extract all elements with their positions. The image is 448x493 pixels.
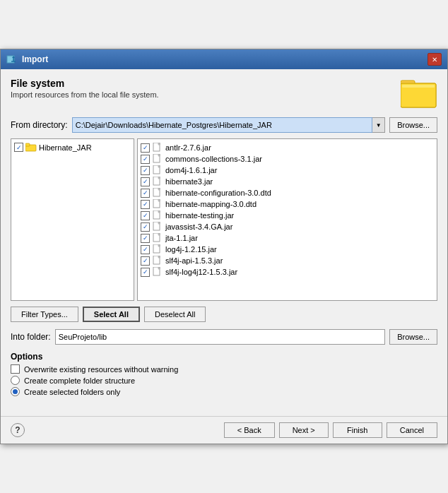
file-name-2: dom4j-1.6.1.jar bbox=[165, 166, 217, 174]
finish-button[interactable]: Finish bbox=[333, 422, 382, 438]
into-folder-input[interactable] bbox=[55, 329, 385, 345]
file-checkbox-1[interactable]: ✓ bbox=[141, 155, 150, 164]
file-icon-1 bbox=[153, 154, 163, 164]
file-checkbox-11[interactable]: ✓ bbox=[141, 268, 150, 277]
file-name-5: hibernate-mapping-3.0.dtd bbox=[165, 200, 257, 208]
help-button[interactable]: ? bbox=[11, 423, 25, 437]
from-dir-input[interactable] bbox=[72, 117, 372, 133]
file-checkbox-8[interactable]: ✓ bbox=[141, 234, 150, 243]
deselect-all-button[interactable]: Deselect All bbox=[144, 307, 206, 322]
file-row[interactable]: ✓ hibernate-testing.jar bbox=[141, 210, 434, 221]
file-name-1: commons-collections-3.1.jar bbox=[165, 155, 262, 163]
file-icon-10 bbox=[153, 256, 163, 266]
bottom-bar: ? < Back Next > Finish Cancel bbox=[1, 416, 447, 444]
title-bar: Import ✕ bbox=[1, 49, 447, 69]
panels: ✓ Hibernate_JAR ✓ bbox=[11, 138, 437, 301]
selected-folders-radio[interactable] bbox=[11, 387, 20, 396]
file-icon-7 bbox=[153, 222, 163, 232]
file-checkbox-2[interactable]: ✓ bbox=[141, 166, 150, 175]
from-directory-row: From directory: ▼ Browse... bbox=[11, 117, 437, 133]
file-icon-2 bbox=[153, 165, 163, 175]
overwrite-checkbox[interactable] bbox=[11, 364, 20, 374]
file-name-6: hibernate-testing.jar bbox=[165, 211, 234, 220]
svg-rect-9 bbox=[25, 143, 30, 146]
file-icon-6 bbox=[153, 210, 163, 220]
overwrite-label: Overwrite existing resources without war… bbox=[24, 365, 178, 374]
title-bar-controls: ✕ bbox=[428, 53, 442, 66]
file-row[interactable]: ✓ dom4j-1.6.1.jar bbox=[141, 165, 434, 176]
complete-folder-radio[interactable] bbox=[11, 376, 20, 385]
title-bar-left: Import bbox=[6, 54, 48, 65]
page-subtitle: Import resources from the local file sys… bbox=[11, 90, 159, 99]
back-button[interactable]: < Back bbox=[224, 422, 275, 438]
filter-types-button[interactable]: Filter Types... bbox=[11, 307, 78, 322]
tree-item-hibernate-jar[interactable]: ✓ Hibernate_JAR bbox=[14, 142, 131, 153]
option-item-overwrite: Overwrite existing resources without war… bbox=[11, 364, 437, 374]
browse-folder-button[interactable]: Browse... bbox=[389, 329, 437, 345]
file-checkbox-7[interactable]: ✓ bbox=[141, 222, 150, 232]
file-icon-11 bbox=[153, 267, 163, 277]
file-row[interactable]: ✓ slf4j-log4j12-1.5.3.jar bbox=[141, 266, 434, 278]
file-row[interactable]: ✓ hibernate3.jar bbox=[141, 176, 434, 187]
left-panel[interactable]: ✓ Hibernate_JAR bbox=[11, 138, 134, 301]
browse-directory-button[interactable]: Browse... bbox=[389, 117, 437, 133]
file-row[interactable]: ✓ antlr-2.7.6.jar bbox=[141, 142, 434, 153]
file-checkbox-5[interactable]: ✓ bbox=[141, 200, 150, 209]
import-dialog: Import ✕ File system Import resources fr… bbox=[0, 49, 448, 444]
file-icon-3 bbox=[153, 177, 163, 186]
file-checkbox-0[interactable]: ✓ bbox=[141, 143, 150, 153]
file-row[interactable]: ✓ log4j-1.2.15.jar bbox=[141, 244, 434, 255]
svg-rect-7 bbox=[402, 85, 435, 88]
option-item-complete-folder: Create complete folder structure bbox=[11, 376, 437, 385]
options-label: Options bbox=[11, 352, 437, 362]
file-icon-5 bbox=[153, 199, 163, 209]
tree-checkbox-hibernate-jar[interactable]: ✓ bbox=[14, 143, 23, 152]
header-text: File system Import resources from the lo… bbox=[11, 78, 159, 99]
cancel-button[interactable]: Cancel bbox=[387, 422, 437, 438]
file-icon-8 bbox=[153, 233, 163, 243]
file-checkbox-4[interactable]: ✓ bbox=[141, 189, 150, 198]
action-buttons: Filter Types... Select All Deselect All bbox=[11, 307, 437, 322]
window-title: Import bbox=[22, 54, 48, 64]
file-row[interactable]: ✓ hibernate-mapping-3.0.dtd bbox=[141, 198, 434, 210]
file-name-10: slf4j-api-1.5.3.jar bbox=[165, 256, 223, 265]
tree-item-label: Hibernate_JAR bbox=[39, 143, 92, 152]
file-checkbox-9[interactable]: ✓ bbox=[141, 245, 150, 254]
file-checkbox-10[interactable]: ✓ bbox=[141, 256, 150, 266]
file-icon-4 bbox=[153, 188, 163, 198]
from-dir-input-wrap: ▼ bbox=[72, 117, 385, 133]
file-row[interactable]: ✓ hibernate-configuration-3.0.dtd bbox=[141, 187, 434, 198]
file-name-9: log4j-1.2.15.jar bbox=[165, 245, 217, 254]
file-row[interactable]: ✓ javassist-3.4.GA.jar bbox=[141, 221, 434, 232]
next-button[interactable]: Next > bbox=[279, 422, 329, 438]
tree-folder-icon bbox=[25, 143, 37, 152]
into-folder-label: Into folder: bbox=[11, 332, 51, 342]
select-all-button[interactable]: Select All bbox=[83, 307, 140, 322]
file-name-11: slf4j-log4j12-1.5.3.jar bbox=[165, 268, 237, 276]
file-row[interactable]: ✓ slf4j-api-1.5.3.jar bbox=[141, 255, 434, 266]
dropdown-arrow[interactable]: ▼ bbox=[372, 117, 385, 133]
file-name-3: hibernate3.jar bbox=[165, 177, 213, 186]
options-section: Options Overwrite existing resources wit… bbox=[11, 352, 437, 396]
file-name-0: antlr-2.7.6.jar bbox=[165, 143, 211, 152]
file-row[interactable]: ✓ commons-collections-3.1.jar bbox=[141, 153, 434, 165]
selected-folders-label: Create selected folders only bbox=[24, 388, 120, 396]
file-checkbox-6[interactable]: ✓ bbox=[141, 211, 150, 220]
file-name-8: jta-1.1.jar bbox=[165, 234, 198, 242]
file-name-4: hibernate-configuration-3.0.dtd bbox=[165, 189, 271, 197]
from-dir-label: From directory: bbox=[11, 120, 68, 130]
option-item-selected-folders: Create selected folders only bbox=[11, 387, 437, 396]
close-button[interactable]: ✕ bbox=[428, 53, 442, 66]
file-row[interactable]: ✓ jta-1.1.jar bbox=[141, 232, 434, 244]
file-icon-0 bbox=[153, 143, 163, 153]
file-icon-9 bbox=[153, 244, 163, 254]
into-folder-row: Into folder: Browse... bbox=[11, 329, 437, 345]
import-title-icon bbox=[6, 54, 18, 65]
file-name-7: javassist-3.4.GA.jar bbox=[165, 222, 232, 231]
dialog-content: File system Import resources from the lo… bbox=[1, 69, 447, 416]
file-checkbox-3[interactable]: ✓ bbox=[141, 177, 150, 186]
right-panel[interactable]: ✓ antlr-2.7.6.jar ✓ commons-collections-… bbox=[137, 138, 437, 301]
complete-folder-label: Create complete folder structure bbox=[24, 376, 135, 385]
folder-icon-large bbox=[401, 78, 437, 109]
nav-buttons: < Back Next > Finish Cancel bbox=[224, 422, 437, 438]
